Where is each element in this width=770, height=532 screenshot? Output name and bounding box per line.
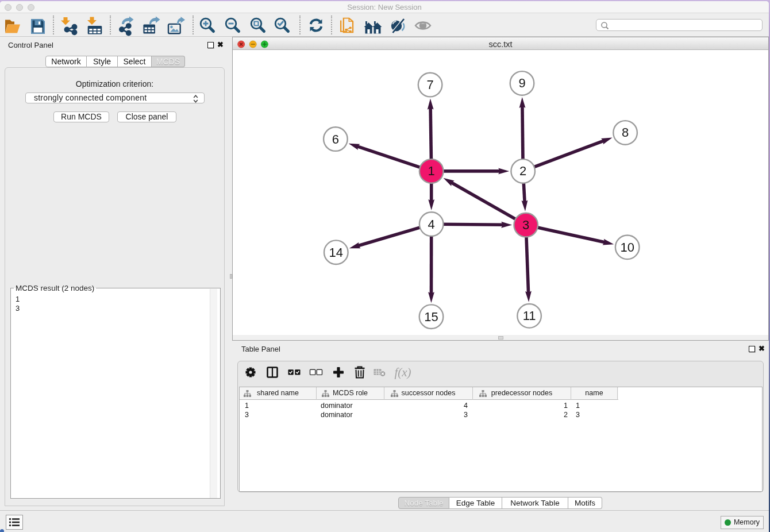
- svg-text:9: 9: [518, 76, 525, 90]
- svg-text:f(x): f(x): [394, 365, 411, 379]
- svg-text:6: 6: [332, 132, 339, 147]
- svg-text:8: 8: [622, 125, 629, 140]
- svg-text:15: 15: [424, 310, 438, 324]
- svg-text:10: 10: [620, 240, 634, 255]
- svg-text:14: 14: [329, 245, 343, 260]
- svg-text:2: 2: [519, 164, 526, 178]
- svg-text:1: 1: [428, 164, 435, 178]
- svg-text:11: 11: [523, 309, 536, 323]
- svg-text:3: 3: [522, 218, 529, 232]
- svg-text:4: 4: [428, 217, 435, 232]
- svg-text:7: 7: [426, 78, 433, 92]
